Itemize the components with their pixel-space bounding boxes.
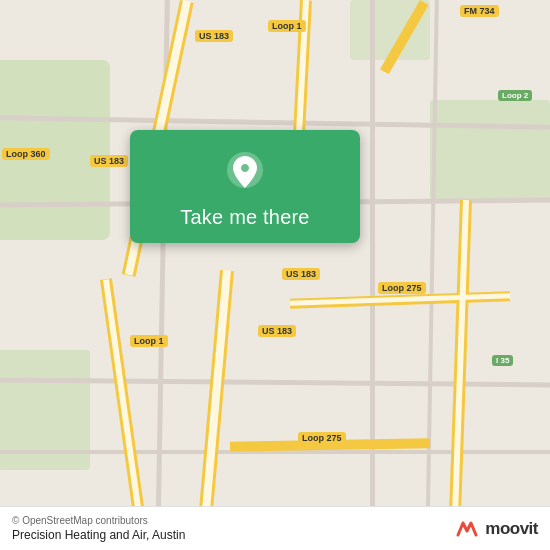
label-us183-lower: US 183: [258, 325, 296, 337]
osm-attribution: © OpenStreetMap contributors: [12, 515, 185, 526]
green-area-right: [430, 100, 550, 200]
label-us183-top: US 183: [195, 30, 233, 42]
moovit-text: moovit: [485, 519, 538, 539]
take-me-there-button[interactable]: Take me there: [130, 130, 360, 243]
road-minor-vert-2: [370, 0, 375, 550]
label-i35: I 35: [492, 355, 513, 366]
label-us183-left: US 183: [90, 155, 128, 167]
map-container: US 183 Loop 1 US 183 Loop 360 Loop 1 US …: [0, 0, 550, 550]
label-fm734: FM 734: [460, 5, 499, 17]
label-loop360: Loop 360: [2, 148, 50, 160]
label-loop1-top: Loop 1: [268, 20, 306, 32]
label-loop2: Loop 2: [498, 90, 532, 101]
take-me-there-label: Take me there: [180, 206, 309, 229]
moovit-icon: [453, 515, 481, 543]
moovit-logo-area: moovit: [453, 515, 538, 543]
label-loop275-bottom: Loop 275: [298, 432, 346, 444]
bottom-bar: © OpenStreetMap contributors Precision H…: [0, 506, 550, 550]
label-loop1-lower: Loop 1: [130, 335, 168, 347]
location-pin-icon: [221, 148, 269, 196]
label-loop275-right: Loop 275: [378, 282, 426, 294]
business-name: Precision Heating and Air, Austin: [12, 528, 185, 542]
bottom-bar-left: © OpenStreetMap contributors Precision H…: [12, 515, 185, 542]
label-us183-mid: US 183: [282, 268, 320, 280]
